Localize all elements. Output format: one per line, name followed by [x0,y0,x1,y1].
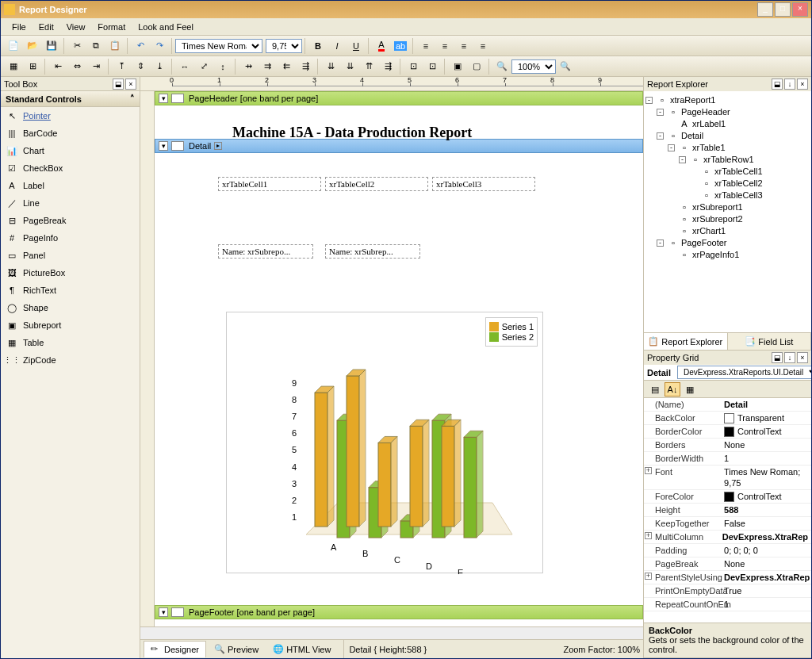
toolbox-item-line[interactable]: ／Line [1,194,140,212]
toolbox-item-subreport[interactable]: ▣Subreport [1,316,140,334]
toolbox-item-panel[interactable]: ▭Panel [1,247,140,264]
table-cell[interactable]: xrTableCell3 [432,177,535,191]
tab-preview[interactable]: 🔍Preview [208,642,265,657]
collapse-icon[interactable]: ▾ [159,94,168,103]
snap-icon[interactable]: ⊞ [24,58,41,75]
toolbox-item-picturebox[interactable]: 🖼PictureBox [1,264,140,282]
explorer-close-icon[interactable]: × [797,79,808,90]
size-w-icon[interactable]: ↔ [176,58,193,75]
menu-look-and-feel[interactable]: Look and Feel [132,20,200,34]
prop-bordercolor[interactable]: BorderColorControlText [644,425,811,439]
toolbox-item-shape[interactable]: ◯Shape [1,299,140,316]
menu-format[interactable]: Format [91,20,132,34]
bold-icon[interactable]: B [309,37,327,55]
tree-node-detail[interactable]: -▫Detail [645,130,810,142]
subreport[interactable]: Name: xrSubrepo... [218,244,313,259]
align-l-icon[interactable]: ⇤ [49,58,67,75]
toolbox-item-chart[interactable]: 📊Chart [1,142,140,159]
smart-tag-icon[interactable]: ▸ [214,142,222,150]
prop-printonemptydata[interactable]: PrintOnEmptyDataTrue [644,584,811,598]
toolbox-item-table[interactable]: ▦Table [1,334,140,351]
toolbox-group-header[interactable]: Standard Controls ˄ [1,91,140,107]
align-b-icon[interactable]: ⤓ [151,58,168,75]
tab-report-explorer[interactable]: 📋 Report Explorer [644,333,728,350]
toolbox-item-barcode[interactable]: |||BarCode [1,125,140,142]
italic-icon[interactable]: I [328,37,346,55]
prop-font[interactable]: +FontTimes New Roman; 9,75 [644,466,811,490]
backcolor-icon[interactable]: ab [392,37,409,55]
prop-name[interactable]: (Name)Detail [644,398,811,412]
tree-node-xrchart1[interactable]: ▫xrChart1 [645,225,810,237]
zoom-icon[interactable]: 🔍 [493,58,511,75]
hspace-eq-icon[interactable]: ⇸ [239,58,257,75]
toolbox-item-pageinfo[interactable]: #PageInfo [1,229,140,247]
bring-front-icon[interactable]: ▣ [449,58,466,75]
toolbox-close-icon[interactable]: × [125,79,136,90]
copy-icon[interactable]: ⧉ [87,37,105,55]
menu-edit[interactable]: Edit [33,20,60,34]
toolbox-item-checkbox[interactable]: ☑CheckBox [1,159,140,177]
pagefooter-band[interactable]: ▾ PageFooter [one band per page] [155,605,643,619]
prop-padding[interactable]: Padding0; 0; 0; 0 [644,544,811,557]
prop-categorized-icon[interactable]: ▤ [647,382,663,397]
vspace-dec-icon[interactable]: ⇈ [360,58,377,75]
font-size-select[interactable]: 9,75 [266,39,302,53]
center-h-icon[interactable]: ⊡ [404,58,422,75]
redo-icon[interactable]: ↷ [151,37,168,55]
align-center-icon[interactable]: ≡ [436,37,454,55]
align-c-icon[interactable]: ⇔ [68,58,86,75]
close-button[interactable]: × [792,2,808,17]
tree-node-xrlabel1[interactable]: AxrLabel1 [645,118,810,130]
prop-multicolumn[interactable]: +MultiColumnDevExpress.XtraRep [644,531,811,544]
tree-node-xrpageinfo1[interactable]: ▫xrPageInfo1 [645,249,810,261]
horizontal-scrollbar[interactable] [140,626,643,639]
design-canvas[interactable]: ▾ PageHeader [one band per page] Machine… [155,91,643,626]
tree-node-xrtablecell3[interactable]: ▫xrTableCell3 [645,190,810,201]
hspace-dec-icon[interactable]: ⇇ [278,58,295,75]
center-v-icon[interactable]: ⊡ [423,58,441,75]
align-m-icon[interactable]: ⇕ [132,58,149,75]
tree-node-pageheader[interactable]: -▫PageHeader [645,106,810,118]
vspace-inc-icon[interactable]: ⇊ [341,58,358,75]
subreport[interactable]: Name: xrSubrep... [325,244,420,259]
grid-icon[interactable]: ▦ [5,58,22,75]
paste-icon[interactable]: 📋 [106,37,124,55]
prop-height[interactable]: Height588 [644,504,811,517]
align-r-icon[interactable]: ⇥ [87,58,105,75]
tree-node-xrsubreport1[interactable]: ▫xrSubreport1 [645,201,810,213]
zoom-select[interactable]: 100% [511,59,556,74]
tab-designer[interactable]: ✏Designer [144,641,206,657]
hspace-rem-icon[interactable]: ⇶ [297,58,314,75]
table-cell[interactable]: xrTableCell2 [325,177,428,191]
explorer-expand-icon[interactable]: ⬓ [772,79,783,90]
forecolor-icon[interactable]: A [373,37,390,55]
save-icon[interactable]: 💾 [43,37,60,55]
tree-node-xrtablerow1[interactable]: -▫xrTableRow1 [645,154,810,166]
align-left-icon[interactable]: ≡ [417,37,435,55]
toolbox-item-zipcode[interactable]: ⋮⋮ZipCode [1,351,140,369]
tab-htmlview[interactable]: 🌐HTML View [266,642,337,657]
toolbox-item-richtext[interactable]: ¶RichText [1,282,140,299]
zoomin-icon[interactable]: 🔍 [557,58,574,75]
report-explorer-tree[interactable]: -▫xtraReport1-▫PageHeaderAxrLabel1-▫Deta… [644,91,811,332]
explorer-pin-icon[interactable]: ↓ [784,79,795,90]
tree-node-xrtablecell2[interactable]: ▫xrTableCell2 [645,178,810,190]
font-family-select[interactable]: Times New Roman [175,39,262,53]
prop-pagebreak[interactable]: PageBreakNone [644,557,811,571]
undo-icon[interactable]: ↶ [132,37,149,55]
align-right-icon[interactable]: ≡ [455,37,473,55]
chart-control[interactable]: 123456789ABCDE Series 1Series 2 [226,312,543,573]
prop-parentstyleusing[interactable]: +ParentStyleUsingDevExpress.XtraRep [644,571,811,584]
prop-forecolor[interactable]: ForeColorControlText [644,490,811,504]
menu-view[interactable]: View [60,20,92,34]
cut-icon[interactable]: ✂ [68,37,86,55]
tree-node-xrtable1[interactable]: -▫xrTable1 [645,142,810,154]
prop-borderwidth[interactable]: BorderWidth1 [644,452,811,466]
send-back-icon[interactable]: ▢ [468,58,485,75]
toolbox-item-pointer[interactable]: ↖Pointer [1,107,140,125]
propgrid-close-icon[interactable]: × [797,352,808,363]
prop-pages-icon[interactable]: ▦ [682,382,698,397]
size-h-icon[interactable]: ↕ [214,58,232,75]
align-t-icon[interactable]: ⤒ [113,58,130,75]
collapse-icon[interactable]: ▾ [159,607,168,617]
